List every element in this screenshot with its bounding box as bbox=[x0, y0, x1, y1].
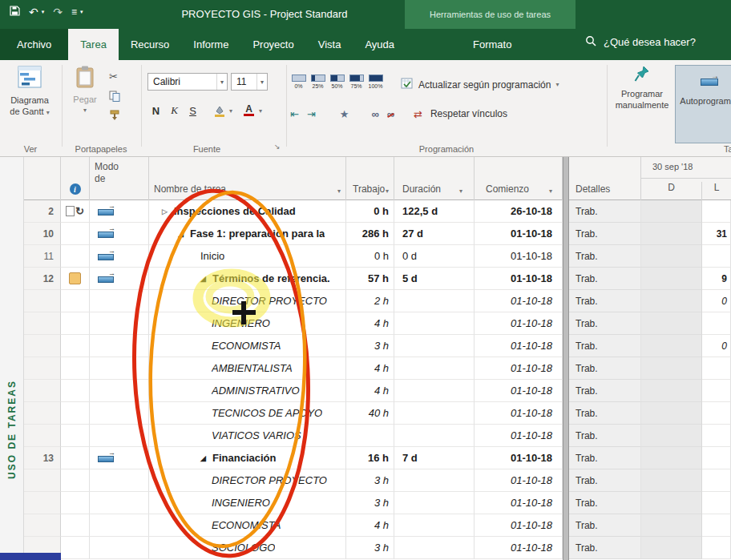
undo-icon[interactable]: ↶ bbox=[29, 6, 38, 18]
task-mode-cell[interactable]: → bbox=[90, 223, 149, 245]
move-right-icon[interactable]: ⇥ bbox=[307, 109, 316, 119]
info-cell[interactable]: ↻ bbox=[61, 200, 90, 223]
duration-cell[interactable]: 27 d bbox=[394, 223, 475, 245]
row-id-cell[interactable] bbox=[24, 492, 61, 514]
row-id-cell[interactable] bbox=[24, 357, 61, 380]
task-name-cell[interactable]: ◢Términos de referencia. bbox=[149, 268, 346, 290]
timeline-monday-cell[interactable]: 31 bbox=[702, 223, 731, 245]
task-name-cell[interactable]: SOCIOLOGO bbox=[149, 537, 346, 559]
timeline-header[interactable]: 30 sep '18 D L bbox=[641, 157, 731, 200]
timeline-monday-cell[interactable] bbox=[702, 537, 731, 559]
timeline-sunday-cell[interactable] bbox=[641, 245, 702, 268]
font-size-select[interactable]: 11 ▾ bbox=[231, 73, 268, 91]
timeline-monday-cell[interactable] bbox=[702, 469, 731, 492]
split-task-icon[interactable]: ★ bbox=[340, 109, 349, 119]
work-cell[interactable]: 4 h bbox=[346, 357, 394, 380]
details-cell[interactable]: Trab. bbox=[569, 335, 641, 357]
task-mode-cell[interactable] bbox=[90, 492, 149, 514]
work-cell[interactable]: 286 h bbox=[346, 223, 394, 245]
task-name-cell[interactable]: ◢Fase 1: preparación para la bbox=[149, 223, 346, 245]
task-mode-cell[interactable]: → bbox=[90, 245, 149, 268]
details-cell[interactable]: Trab. bbox=[569, 492, 641, 514]
paste-button[interactable]: Pegar ▾ bbox=[66, 65, 104, 116]
undo-dropdown-icon[interactable]: ▾ bbox=[42, 9, 45, 15]
underline-button[interactable]: S bbox=[184, 102, 201, 119]
save-icon[interactable] bbox=[10, 6, 20, 18]
timeline-sunday-cell[interactable] bbox=[641, 514, 702, 537]
info-cell[interactable] bbox=[61, 447, 90, 469]
timeline-sunday-cell[interactable] bbox=[641, 357, 702, 380]
filter-dropdown-icon[interactable]: ▾ bbox=[549, 187, 552, 195]
task-name-cell[interactable]: VIATICOS VARIOS bbox=[149, 425, 346, 447]
move-left-icon[interactable]: ⇤ bbox=[290, 109, 299, 119]
details-header[interactable]: Detalles bbox=[569, 157, 641, 200]
timeline-sunday-cell[interactable] bbox=[641, 290, 702, 312]
italic-button[interactable]: K bbox=[166, 102, 183, 119]
timeline-monday-cell[interactable]: 9 bbox=[702, 268, 731, 290]
tab-tarea[interactable]: Tarea bbox=[68, 29, 119, 60]
timeline-monday-cell[interactable] bbox=[702, 245, 731, 268]
timeline-sunday-cell[interactable] bbox=[641, 537, 702, 559]
duration-cell[interactable] bbox=[394, 425, 475, 447]
font-name-select[interactable]: Calibri ▾ bbox=[147, 73, 228, 91]
start-cell[interactable]: 01-10-18 bbox=[475, 514, 563, 537]
info-cell[interactable] bbox=[61, 380, 90, 402]
details-cell[interactable]: Trab. bbox=[569, 447, 641, 469]
filter-dropdown-icon[interactable]: ▾ bbox=[459, 187, 462, 195]
info-cell[interactable] bbox=[61, 223, 90, 245]
task-name-cell[interactable]: ECONOMISTA bbox=[149, 514, 346, 537]
start-cell[interactable]: 01-10-18 bbox=[475, 290, 563, 312]
details-cell[interactable]: Trab. bbox=[569, 200, 641, 223]
task-name-cell[interactable]: TECNICOS DE APOYO bbox=[149, 402, 346, 425]
collapse-icon[interactable]: ◢ bbox=[178, 230, 190, 238]
row-id-cell[interactable] bbox=[24, 290, 61, 312]
percent-0-button[interactable]: 0% bbox=[290, 75, 307, 89]
start-cell[interactable]: 01-10-18 bbox=[475, 425, 563, 447]
work-header[interactable]: Trabajo ▾ bbox=[346, 157, 394, 200]
start-cell[interactable]: 01-10-18 bbox=[475, 447, 563, 469]
row-id-cell[interactable]: 12 bbox=[24, 268, 61, 290]
task-mode-cell[interactable] bbox=[90, 469, 149, 492]
task-mode-cell[interactable] bbox=[90, 537, 149, 559]
task-mode-cell[interactable] bbox=[90, 335, 149, 357]
tab-formato[interactable]: Formato bbox=[461, 29, 523, 60]
task-name-cell[interactable]: Inicio bbox=[149, 245, 346, 268]
respect-links-button[interactable]: Respetar vínculos bbox=[430, 108, 507, 119]
timeline-sunday-cell[interactable] bbox=[641, 268, 702, 290]
manually-schedule-button[interactable]: Programar manualmente bbox=[611, 65, 673, 111]
bold-button[interactable]: N bbox=[147, 102, 164, 119]
duration-cell[interactable] bbox=[394, 514, 475, 537]
details-cell[interactable]: Trab. bbox=[569, 537, 641, 559]
start-cell[interactable]: 01-10-18 bbox=[475, 402, 563, 425]
task-mode-cell[interactable] bbox=[90, 425, 149, 447]
row-id-cell[interactable] bbox=[24, 514, 61, 537]
tab-archivo[interactable]: Archivo bbox=[0, 29, 68, 60]
link-tasks-icon[interactable]: ∞ bbox=[371, 109, 378, 119]
row-id-cell[interactable]: 11 bbox=[24, 245, 61, 268]
start-cell[interactable]: 01-10-18 bbox=[475, 492, 563, 514]
filter-dropdown-icon[interactable]: ▾ bbox=[337, 187, 341, 195]
redo-icon[interactable]: ↷ bbox=[53, 6, 63, 18]
timeline-monday-cell[interactable] bbox=[702, 447, 731, 469]
font-color-button[interactable]: A bbox=[240, 102, 257, 119]
details-cell[interactable]: Trab. bbox=[569, 514, 641, 537]
customize-quick-access-icon[interactable]: ≡ bbox=[71, 7, 77, 17]
work-cell[interactable]: 16 h bbox=[346, 447, 394, 469]
duration-cell[interactable] bbox=[394, 335, 475, 357]
tab-ayuda[interactable]: Ayuda bbox=[353, 29, 406, 60]
row-id-cell[interactable] bbox=[24, 335, 61, 357]
info-column-header[interactable]: i bbox=[61, 157, 90, 200]
row-id-cell[interactable] bbox=[24, 312, 61, 335]
start-cell[interactable]: 01-10-18 bbox=[475, 469, 563, 492]
work-cell[interactable]: 57 h bbox=[346, 268, 394, 290]
task-mode-cell[interactable] bbox=[90, 290, 149, 312]
details-cell[interactable]: Trab. bbox=[569, 312, 641, 335]
info-cell[interactable] bbox=[61, 537, 90, 559]
timeline-monday-cell[interactable]: 0 bbox=[702, 290, 731, 312]
duration-cell[interactable] bbox=[394, 402, 475, 425]
timeline-sunday-cell[interactable] bbox=[641, 469, 702, 492]
info-cell[interactable] bbox=[61, 357, 90, 380]
start-cell[interactable]: 01-10-18 bbox=[475, 268, 563, 290]
timeline-monday-cell[interactable] bbox=[702, 514, 731, 537]
start-cell[interactable]: 01-10-18 bbox=[475, 380, 563, 402]
